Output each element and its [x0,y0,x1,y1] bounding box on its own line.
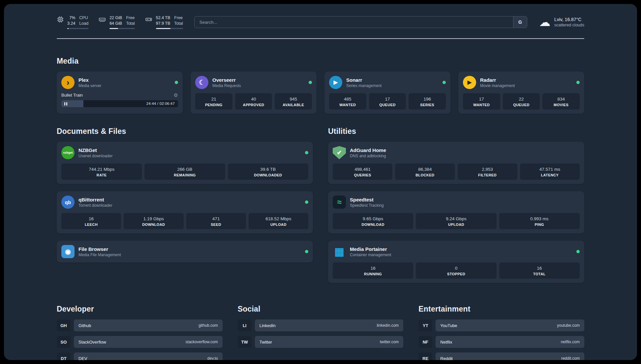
stat-label: RATE [63,173,140,177]
qbittorrent-icon: qb [61,196,75,209]
disk-total-value: 97.9 TB [156,21,170,26]
stat-box: 21PENDING [195,93,232,109]
bookmark-link[interactable]: LinkedInlinkedin.com [255,319,404,331]
bookmark-link[interactable]: Redditreddit.com [436,352,584,360]
bookmark-list: LILinkedInlinkedin.comTWTwittertwitter.c… [238,319,404,348]
memory-monitor: 22 GiB 64 GiB Free Total [98,15,135,29]
stat-box: 485WANTED [329,93,366,109]
plex-icon: › [61,76,75,89]
stat-label: DOWNLOAD [334,223,412,227]
bookmark-group-social: SocialLILinkedInlinkedin.comTWTwittertwi… [238,305,404,348]
card-header: ◉File BrowserMedia File Management [61,245,308,258]
media-cards-row: ›PlexMedia serverBullet Train⚙24:44 / 02… [57,72,584,114]
bookmark-twitter[interactable]: TWTwittertwitter.com [238,336,404,348]
bookmark-linkedin[interactable]: LILinkedInlinkedin.com [238,319,404,331]
service-card-portainer[interactable]: ▦Media PortainerContainer management16RU… [328,241,584,283]
player-toprow: Bullet Train⚙ [61,93,178,98]
speedtest-icon: ≈ [333,196,346,209]
search-provider-button[interactable]: G [513,16,527,28]
bookmark-link[interactable]: Netflixnetflix.com [436,336,584,348]
memory-label-1: Free [126,15,135,21]
bookmark-netflix[interactable]: NFNetflixnetflix.com [418,336,584,348]
weather-condition: scattered clouds [554,23,584,27]
bookmark-github[interactable]: GHGithubgithub.com [57,319,223,331]
service-card-qbittorrent[interactable]: qbqBittorrentTorrent downloader16LEECH1.… [57,191,313,233]
service-card-adguard[interactable]: ✔AdGuard HomeDNS and adblocking498,461QU… [328,142,584,184]
playback-progress-bar[interactable]: 24:44 / 02:06:47 [61,100,178,107]
service-card-overseerr[interactable]: ☾OverseerrMedia Requests21PENDING40APPRO… [191,72,317,114]
bookmark-abbr-icon: NF [418,336,432,348]
bookmark-link[interactable]: YouTubeyoutube.com [436,319,584,331]
status-dot [576,250,580,253]
service-titles: AdGuard HomeDNS and adblocking [350,147,386,159]
bookmark-list: GHGithubgithub.comSOStackOverflowstackov… [57,319,223,360]
service-card-filebrowser[interactable]: ◉File BrowserMedia File Management [57,241,313,262]
stat-value: 471 [188,216,245,222]
adguard-icon: ✔ [333,146,346,159]
service-titles: qBittorrentTorrent downloader [78,197,112,208]
service-subtitle: Usenet downloader [78,153,112,159]
service-name: qBittorrent [78,197,112,203]
bookmark-link[interactable]: Githubgithub.com [74,319,223,331]
stat-box: 17WANTED [463,93,500,109]
stat-value: 498,461 [334,167,391,172]
bookmark-group-entertainment: EntertainmentYTYouTubeyoutube.comNFNetfl… [418,305,584,360]
service-card-nzbget[interactable]: nzbgetNZBGetUsenet downloader744.21 Mbps… [57,142,313,184]
stat-box: 2,953FILTERED [458,164,517,180]
memory-free-value: 22 GiB [109,15,122,21]
bookmark-abbr-icon: DT [57,352,71,360]
stats-row: 21PENDING40APPROVED945AVAILABLE [195,93,312,109]
bookmark-reddit[interactable]: RERedditreddit.com [418,352,584,360]
stats-row: 17WANTED22QUEUED834MOVIES [463,93,580,109]
search-input[interactable] [195,16,513,28]
card-header: ›PlexMedia server [61,76,178,89]
stat-box: 266 GBREMAINING [144,164,225,180]
service-card-sonarr[interactable]: ▶SonarrSeries management485WANTED17QUEUE… [324,72,450,114]
stat-box: 498,461QUERIES [333,164,392,180]
pause-icon[interactable] [64,100,67,107]
stat-box: 39.6 TBDOWNLOADED [228,164,308,180]
stat-label: LATENCY [521,173,578,177]
radarr-icon: ▶ [463,76,476,89]
bookmark-link[interactable]: StackOverflowstackoverflow.com [74,336,223,348]
filebrowser-icon: ◉ [61,245,75,258]
service-titles: PlexMedia server [78,77,101,88]
service-titles: RadarrMovie management [480,77,515,88]
settings-gear-icon[interactable]: ⚙ [174,93,178,98]
service-name: Speedtest [350,197,384,203]
bookmark-url: dev.to [207,356,218,360]
stat-label: TOTAL [501,272,578,276]
stat-label: AVAILABLE [276,103,311,107]
bookmark-name: StackOverflow [78,340,106,345]
disk-label-2: Total [174,21,183,26]
weather-location: Lviv, 16.87°C [554,17,584,22]
bookmark-stackoverflow[interactable]: SOStackOverflowstackoverflow.com [57,336,223,348]
bookmark-url: youtube.com [557,323,580,328]
card-header: ▶RadarrMovie management [463,76,580,89]
bookmark-link[interactable]: Twittertwitter.com [255,336,404,348]
bookmark-abbr-icon: YT [418,319,432,331]
memory-label-2: Total [126,21,135,26]
stat-value: 9.24 Gbps [417,216,495,222]
pause-bar [64,102,65,106]
stat-box: 47.571 msLATENCY [520,164,580,180]
bookmark-youtube[interactable]: YTYouTubeyoutube.com [418,319,584,331]
stat-label: QUEUED [370,103,405,107]
card-header: ▶SonarrSeries management [329,76,446,89]
service-card-radarr[interactable]: ▶RadarrMovie management17WANTED22QUEUED8… [458,72,584,114]
status-dot [305,250,308,253]
weather-widget[interactable]: ☁ Lviv, 16.87°C scattered clouds [539,16,584,28]
service-titles: NZBGetUsenet downloader [78,147,112,159]
bookmark-dev[interactable]: DTDEVdev.to [57,352,223,360]
stat-value: 744.21 Mbps [63,167,140,172]
service-card-plex[interactable]: ›PlexMedia serverBullet Train⚙24:44 / 02… [57,72,183,114]
stat-label: QUERIES [334,173,391,177]
stat-value: 16 [63,216,120,222]
stat-box: 16TOTAL [499,262,580,279]
bookmark-name: Reddit [440,356,453,360]
stat-box: 945AVAILABLE [275,93,312,109]
stat-box: 196SERIES [409,93,446,109]
bookmark-link[interactable]: DEVdev.to [74,352,223,360]
section-utilities: Utilities ✔AdGuard HomeDNS and adblockin… [328,127,584,283]
service-card-speedtest[interactable]: ≈SpeedtestSpeedtest Tracking9.65 GbpsDOW… [328,191,584,233]
